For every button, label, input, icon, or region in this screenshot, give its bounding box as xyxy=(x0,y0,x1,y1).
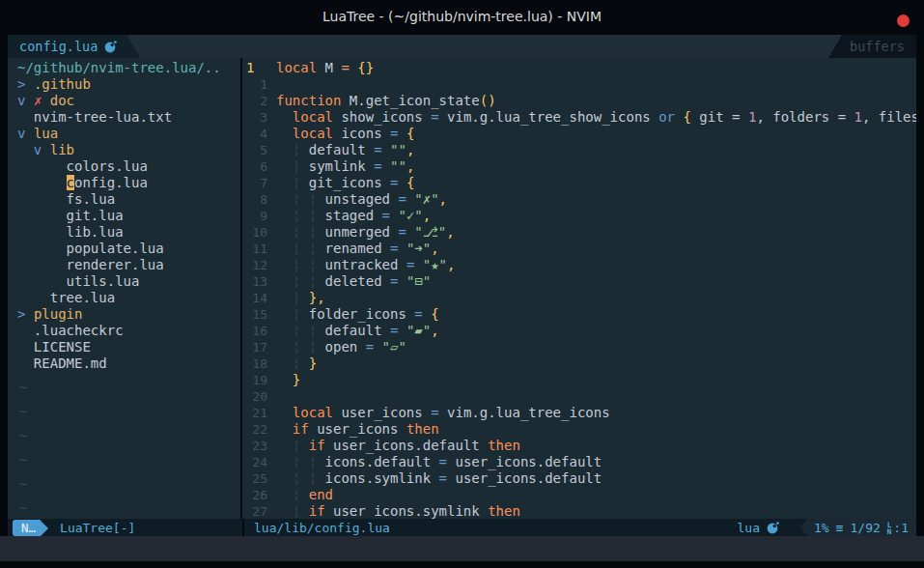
code-text: ¦ if user_icons.default then xyxy=(276,438,520,454)
code-text: ¦ ¦ unmerged = "⎇", xyxy=(276,224,455,241)
tabline-fill xyxy=(140,35,828,58)
code-line[interactable]: 1 xyxy=(242,76,916,93)
tree-row[interactable]: tree.lua xyxy=(8,290,240,306)
tree-buffer-title: LuaTree[-] xyxy=(60,519,135,537)
code-editor[interactable]: 1local M = {}12function M.get_icon_state… xyxy=(242,58,916,519)
code-text: local user_icons = vim.g.lua_tree_icons xyxy=(276,405,610,421)
filetype-label: lua xyxy=(738,519,760,537)
code-line[interactable]: 10 ¦ ¦ unmerged = "⎇", xyxy=(242,224,916,241)
column-position: :1 xyxy=(893,519,909,537)
tabline: config.lua buffers xyxy=(8,35,916,58)
line-number: 15 xyxy=(242,306,267,323)
tilde-filler: ~ xyxy=(19,496,27,519)
code-line[interactable]: 1local M = {} xyxy=(242,60,916,76)
line-number: 9 xyxy=(242,208,267,224)
buffers-label: buffers xyxy=(850,39,905,54)
code-line[interactable]: 6 ¦ symlink = "", xyxy=(242,158,916,175)
tree-row[interactable]: > plugin xyxy=(8,306,240,323)
line-number: 5 xyxy=(242,142,267,158)
code-line[interactable]: 5 ¦ default = "", xyxy=(242,142,916,158)
code-line[interactable]: 2function M.get_icon_state() xyxy=(242,93,916,109)
tree-row[interactable]: renderer.lua xyxy=(8,257,240,273)
code-line[interactable]: 13 ¦ ¦ deleted = "⊟" xyxy=(242,273,916,290)
tree-row[interactable]: ~/github/nvim-tree.lua/.. xyxy=(8,60,240,76)
code-text: ¦ ¦ default = "▰", xyxy=(276,323,439,339)
tree-row[interactable]: utils.lua xyxy=(8,273,240,290)
tree-row[interactable]: v ✗ doc xyxy=(8,93,240,109)
tree-row[interactable]: lib.lua xyxy=(8,224,240,241)
code-line[interactable]: 8 ¦ ¦ unstaged = "✗", xyxy=(242,191,916,208)
code-text: ¦ ¦ untracked = "★", xyxy=(276,257,455,273)
code-text: local show_icons = vim.g.lua_tree_show_i… xyxy=(276,109,916,126)
code-line[interactable]: 12 ¦ ¦ untracked = "★", xyxy=(242,257,916,273)
code-text: ¦ ¦ renamed = "➜", xyxy=(276,241,439,257)
tree-row[interactable]: README.md xyxy=(8,355,240,372)
line-number: 2 xyxy=(242,93,267,109)
tilde-filler: ~ xyxy=(19,375,27,399)
code-text: ¦ ¦ icons.default = user_icons.default xyxy=(276,454,602,470)
tree-row[interactable]: .luacheckrc xyxy=(8,323,240,339)
code-line[interactable]: 22 if user_icons then xyxy=(242,421,916,438)
tree-row[interactable]: config.lua xyxy=(8,175,240,191)
tab-config-lua[interactable]: config.lua xyxy=(8,35,140,58)
code-text: ¦ ¦ staged = "✓", xyxy=(276,208,431,224)
code-line[interactable]: 23 ¦ if user_icons.default then xyxy=(242,438,916,454)
code-line[interactable]: 14 ¦ }, xyxy=(242,290,916,306)
code-line[interactable]: 21 local user_icons = vim.g.lua_tree_ico… xyxy=(242,405,916,421)
line-number: 19 xyxy=(242,372,267,388)
tree-row[interactable]: nvim-tree-lua.txt xyxy=(8,109,240,126)
line-number: 12 xyxy=(242,257,267,273)
statusbar-file: lua/lib/config.lua lua 1% ≡ 1/92 L N xyxy=(244,519,916,537)
code-text: ¦ }, xyxy=(276,290,325,306)
code-line[interactable]: 24 ¦ ¦ icons.default = user_icons.defaul… xyxy=(242,454,916,470)
tabline-buffers[interactable]: buffers xyxy=(828,35,916,58)
code-line[interactable]: 16 ¦ ¦ default = "▰", xyxy=(242,323,916,339)
line-number: 18 xyxy=(242,355,267,372)
code-line[interactable]: 15 ¦ folder_icons = { xyxy=(242,306,916,323)
tree-row[interactable]: LICENSE xyxy=(8,339,240,355)
code-text: ¦ } xyxy=(276,355,317,372)
line-number: 11 xyxy=(242,241,267,257)
tree-row[interactable]: git.lua xyxy=(8,208,240,224)
lines-icon: ≡ xyxy=(836,519,844,537)
code-text: } xyxy=(276,372,300,388)
code-line[interactable]: 17 ¦ ¦ open = "▱" xyxy=(242,339,916,355)
code-text: ¦ default = "", xyxy=(276,142,414,158)
code-line[interactable]: 4 local icons = { xyxy=(242,126,916,142)
code-line[interactable]: 18 ¦ } xyxy=(242,355,916,372)
tree-row[interactable]: > .github xyxy=(8,76,240,93)
code-text: ¦ git_icons = { xyxy=(276,175,414,191)
line-number: 17 xyxy=(242,339,267,355)
line-number: 14 xyxy=(242,290,267,306)
code-line[interactable]: 7 ¦ git_icons = { xyxy=(242,175,916,191)
tree-row[interactable]: colors.lua xyxy=(8,158,240,175)
titlebar: LuaTree - (~/github/nvim-tree.lua) - NVI… xyxy=(0,0,924,35)
empty-line-tildes: ~~~~~~ xyxy=(19,375,27,519)
code-line[interactable]: 9 ¦ ¦ staged = "✓", xyxy=(242,208,916,224)
line-number: 20 xyxy=(242,388,267,405)
lua-icon xyxy=(104,41,117,53)
line-number: 3 xyxy=(242,109,267,126)
tree-row[interactable]: v lua xyxy=(8,126,240,142)
line-number: 22 xyxy=(242,421,267,438)
code-line[interactable]: 26 ¦ end xyxy=(242,487,916,503)
line-number: 4 xyxy=(242,126,267,142)
tree-row[interactable]: populate.lua xyxy=(8,241,240,257)
code-line[interactable]: 11 ¦ ¦ renamed = "➜", xyxy=(242,241,916,257)
line-number: 13 xyxy=(242,273,267,290)
code-line[interactable]: 19 } xyxy=(242,372,916,388)
code-line[interactable]: 27 ¦ if user_icons.symlink then xyxy=(242,503,916,519)
file-tree-rows: ~/github/nvim-tree.lua/..> .githubv ✗ do… xyxy=(8,60,240,372)
lua-icon xyxy=(767,522,779,534)
window-title: LuaTree - (~/github/nvim-tree.lua) - NVI… xyxy=(0,9,924,24)
tree-row[interactable]: fs.lua xyxy=(8,191,240,208)
line-number: 1 xyxy=(242,76,267,93)
code-line[interactable]: 25 ¦ ¦ icons.symlink = user_icons.defaul… xyxy=(242,470,916,487)
command-line[interactable] xyxy=(0,536,924,561)
code-line[interactable]: 3 local show_icons = vim.g.lua_tree_show… xyxy=(242,109,916,126)
tree-row[interactable]: v lib xyxy=(8,142,240,158)
file-path: lua/lib/config.lua xyxy=(254,519,738,537)
tilde-filler: ~ xyxy=(19,399,27,423)
code-line[interactable]: 20 xyxy=(242,388,916,405)
close-button[interactable] xyxy=(897,14,910,27)
